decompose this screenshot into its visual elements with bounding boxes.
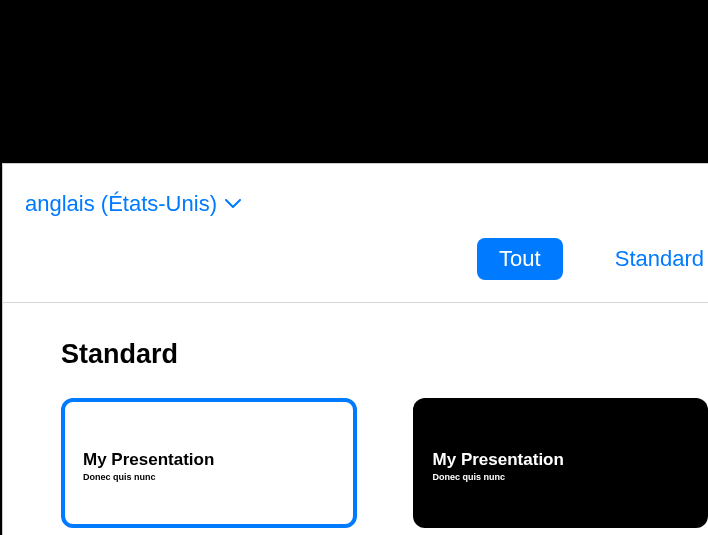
tab-all[interactable]: Tout: [477, 238, 563, 280]
language-label: anglais (États-Unis): [25, 191, 217, 217]
templates-row: My Presentation Donec quis nunc My Prese…: [61, 398, 708, 528]
template-card-white[interactable]: My Presentation Donec quis nunc: [61, 398, 357, 528]
chevron-down-icon: [225, 199, 241, 209]
template-title: My Presentation: [83, 450, 214, 470]
template-card-black[interactable]: My Presentation Donec quis nunc: [413, 398, 708, 528]
template-chooser-window: anglais (États-Unis) Tout Standard Stand…: [2, 163, 708, 535]
header-row: anglais (États-Unis): [3, 164, 708, 220]
tab-standard[interactable]: Standard: [593, 238, 708, 280]
section-title: Standard: [61, 339, 708, 370]
template-title: My Presentation: [433, 450, 564, 470]
language-dropdown[interactable]: anglais (États-Unis): [25, 191, 241, 217]
templates-content: Standard My Presentation Donec quis nunc…: [3, 303, 708, 528]
template-subtitle: Donec quis nunc: [83, 472, 214, 482]
template-preview: My Presentation Donec quis nunc: [83, 450, 214, 482]
template-preview: My Presentation Donec quis nunc: [433, 450, 564, 482]
template-subtitle: Donec quis nunc: [433, 472, 564, 482]
category-tabs: Tout Standard: [3, 220, 708, 303]
